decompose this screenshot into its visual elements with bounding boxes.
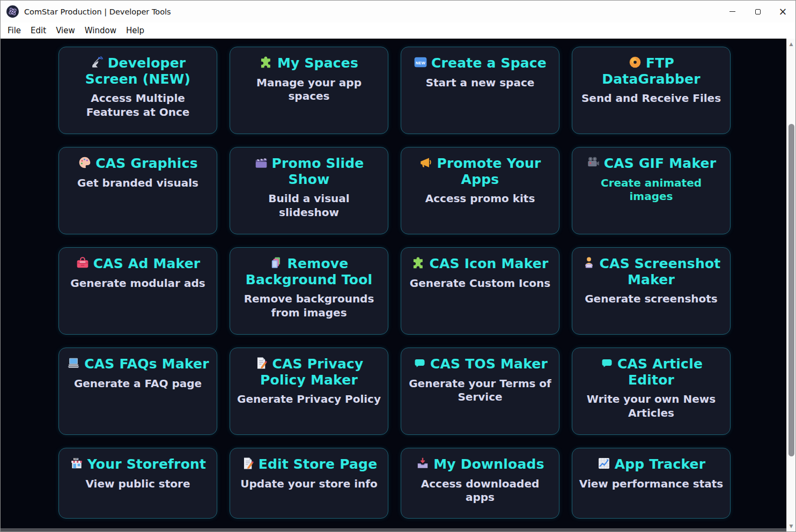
card-title-text: My Spaces xyxy=(277,55,358,71)
card-title: Remove Background Tool xyxy=(237,256,381,287)
scroll-up-icon[interactable]: ▲ xyxy=(787,40,795,48)
card-subtitle: Start a new space xyxy=(408,76,552,90)
card-title: FTP DataGrabber xyxy=(579,55,724,87)
card-remove-background-tool[interactable]: Remove Background ToolRemove backgrounds… xyxy=(230,247,388,335)
minimize-icon xyxy=(729,11,735,12)
content-area: Developer Screen (NEW)Access Multiple Fe… xyxy=(1,39,795,531)
menu-item-edit[interactable]: Edit xyxy=(26,26,51,35)
card-subtitle: Remove backgrounds from images xyxy=(237,292,381,320)
svg-text:NEW: NEW xyxy=(416,61,425,65)
card-ftp-datagrabber[interactable]: FTP DataGrabberSend and Receive Files xyxy=(572,47,731,134)
card-subtitle: Manage your app spaces xyxy=(237,76,381,104)
scroll-thumb[interactable] xyxy=(788,124,794,456)
card-title: 24HYour Storefront xyxy=(65,456,210,472)
card-title-text: CAS GIF Maker xyxy=(604,156,717,171)
card-subtitle: Send and Receive Files xyxy=(579,92,724,106)
card-title: CAS Screenshot Maker xyxy=(579,256,724,287)
close-icon: × xyxy=(779,6,787,17)
card-cas-ad-maker[interactable]: CAS Ad MakerGenerate modular ads xyxy=(58,247,217,335)
close-button[interactable]: × xyxy=(770,1,795,23)
card-subtitle: Access promo kits xyxy=(408,192,552,206)
card-cas-icon-maker[interactable]: CAS Icon MakerGenerate Custom Icons xyxy=(401,247,559,335)
card-subtitle: Get branded visuals xyxy=(65,176,210,190)
cyan-book-icon xyxy=(600,356,614,370)
card-title: Edit Store Page xyxy=(237,456,381,472)
card-title: CAS Icon Maker xyxy=(408,256,552,272)
card-title-text: CAS FAQs Maker xyxy=(84,356,209,372)
card-subtitle: View performance stats xyxy=(579,477,724,491)
svg-text:24H: 24H xyxy=(74,458,78,460)
card-title-text: CAS Article Editor xyxy=(617,356,703,388)
card-title-text: CAS Screenshot Maker xyxy=(600,256,721,287)
card-my-spaces[interactable]: My SpacesManage your app spaces xyxy=(230,47,388,134)
card-title: CAS Ad Maker xyxy=(65,256,210,272)
card-cas-graphics[interactable]: CAS GraphicsGet branded visuals xyxy=(58,147,217,234)
menu-item-help[interactable]: Help xyxy=(121,26,149,35)
scrollbar-track[interactable]: ▲ ▼ xyxy=(786,39,795,531)
clapperboard-icon xyxy=(254,156,268,169)
card-title: CAS GIF Maker xyxy=(579,156,724,172)
menu-item-view[interactable]: View xyxy=(51,26,80,35)
card-title-text: Remove Background Tool xyxy=(246,256,373,287)
card-title-text: CAS Icon Maker xyxy=(430,256,549,271)
card-subtitle: Generate Privacy Policy xyxy=(237,393,381,407)
window-controls: × xyxy=(720,1,795,23)
card-title-text: Your Storefront xyxy=(87,456,206,472)
card-cas-faqs-maker[interactable]: CAS FAQs MakerGenerate a FAQ page xyxy=(58,348,217,435)
menu-item-window[interactable]: Window xyxy=(80,26,121,35)
card-title-text: My Downloads xyxy=(433,456,544,472)
cyan-book-icon xyxy=(412,356,426,370)
card-cas-privacy-policy-maker[interactable]: CAS Privacy Policy MakerGenerate Privacy… xyxy=(230,348,388,435)
card-title-text: CAS TOS Maker xyxy=(430,356,548,372)
menu-item-file[interactable]: File xyxy=(3,26,26,35)
laptop-icon xyxy=(67,356,80,370)
card-edit-store-page[interactable]: Edit Store PageUpdate your store info xyxy=(230,448,388,519)
card-cas-gif-maker[interactable]: CAS GIF MakerCreate animated images xyxy=(572,147,731,234)
card-promote-your-apps[interactable]: Promote Your AppsAccess promo kits xyxy=(401,147,559,234)
card-title-text: App Tracker xyxy=(615,456,706,472)
card-cas-article-editor[interactable]: CAS Article EditorWrite your own News Ar… xyxy=(572,348,731,435)
card-title: CAS Graphics xyxy=(65,156,210,172)
scroll-down-icon[interactable]: ▼ xyxy=(787,522,795,530)
new-badge-icon: NEW xyxy=(414,55,428,69)
card-title-text: CAS Ad Maker xyxy=(93,256,201,271)
page-pencil-icon xyxy=(241,456,255,470)
inbox-download-icon xyxy=(416,456,430,470)
megaphone-icon xyxy=(419,156,433,169)
card-app-tracker[interactable]: App TrackerView performance stats xyxy=(572,448,731,519)
card-title-text: FTP DataGrabber xyxy=(602,55,700,87)
card-your-storefront[interactable]: 24HYour StorefrontView public store xyxy=(58,448,217,519)
maximize-icon xyxy=(755,9,761,14)
card-title: CAS TOS Maker xyxy=(408,356,552,372)
card-create-a-space[interactable]: NEWCreate a SpaceStart a new space xyxy=(401,47,559,134)
maximize-button[interactable] xyxy=(745,1,770,23)
card-subtitle: Generate a FAQ page xyxy=(65,377,210,391)
card-promo-slide-show[interactable]: Promo Slide ShowBuild a visual slideshow xyxy=(230,147,388,234)
card-subtitle: Update your store info xyxy=(237,477,381,491)
card-cas-screenshot-maker[interactable]: CAS Screenshot MakerGenerate screenshots xyxy=(572,247,731,335)
puzzle-piece-icon xyxy=(412,256,426,270)
card-title-text: CAS Privacy Policy Maker xyxy=(260,356,363,388)
satellite-dish-icon xyxy=(90,55,104,69)
red-toolbox-icon xyxy=(76,256,90,270)
person-laptop-icon xyxy=(582,256,596,270)
card-developer-screen-new[interactable]: Developer Screen (NEW)Access Multiple Fe… xyxy=(58,47,217,134)
card-title: NEWCreate a Space xyxy=(408,55,552,71)
card-subtitle: Create animated images xyxy=(579,176,724,204)
card-title: CAS Privacy Policy Maker xyxy=(237,356,381,388)
layered-images-icon xyxy=(270,256,284,270)
card-title: CAS FAQs Maker xyxy=(65,356,210,372)
minimize-button[interactable] xyxy=(720,1,745,23)
card-subtitle: Access downloaded apps xyxy=(408,477,552,505)
card-subtitle: Generate screenshots xyxy=(579,292,724,306)
storefront-icon: 24H xyxy=(70,456,84,470)
card-title-text: Create a Space xyxy=(431,55,547,71)
window-bottom-edge xyxy=(1,528,786,531)
card-cas-tos-maker[interactable]: CAS TOS MakerGenerate your Terms of Serv… xyxy=(401,348,559,435)
card-my-downloads[interactable]: My DownloadsAccess downloaded apps xyxy=(401,448,559,519)
card-title: My Downloads xyxy=(408,456,552,472)
card-title: CAS Article Editor xyxy=(579,356,724,388)
window-title: ComStar Production | Developer Tools xyxy=(24,8,171,16)
card-subtitle: View public store xyxy=(65,477,210,491)
card-subtitle: Generate modular ads xyxy=(65,277,210,291)
